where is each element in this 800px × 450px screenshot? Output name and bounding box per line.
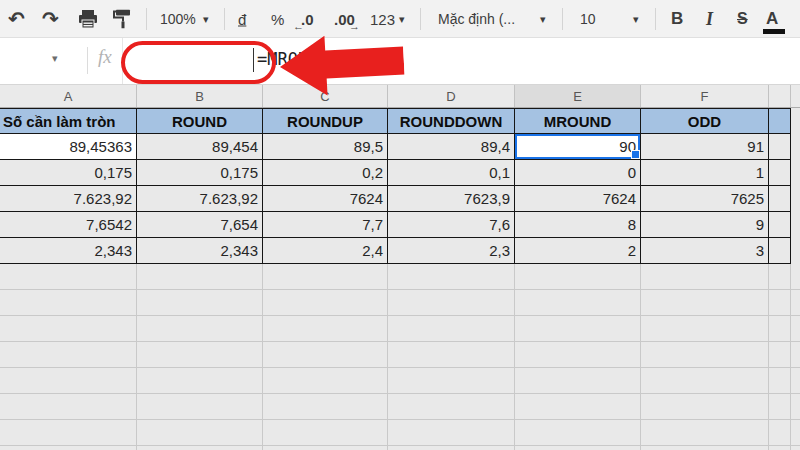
cell-D6[interactable]: 2,3 [388,238,515,264]
empty-cell[interactable] [137,290,263,316]
empty-cell[interactable] [388,368,515,394]
empty-cell[interactable] [263,420,388,446]
cell-B3[interactable]: 0,175 [137,160,263,186]
empty-cell[interactable] [641,446,769,450]
empty-cell[interactable] [388,264,515,290]
cell-D4[interactable]: 7623,9 [388,186,515,212]
empty-cell[interactable] [263,264,388,290]
column-header-E[interactable]: E [515,85,641,107]
cell-B6[interactable]: 2,343 [137,238,263,264]
font-family-caret-icon[interactable]: ▾ [540,12,546,25]
empty-cell[interactable] [769,446,791,450]
empty-cell[interactable] [791,342,800,368]
cell-B1[interactable]: ROUND [137,108,263,134]
empty-cell[interactable] [0,446,137,450]
more-formats-caret-icon[interactable]: ▾ [399,12,405,25]
empty-cell[interactable] [137,420,263,446]
empty-cell[interactable] [791,420,800,446]
more-formats-button[interactable]: 123 [370,10,395,27]
empty-cell[interactable] [641,342,769,368]
text-color-button[interactable]: A [766,9,778,29]
cell-C6[interactable]: 2,4 [263,238,388,264]
empty-cell[interactable] [0,264,137,290]
font-size-caret-icon[interactable]: ▾ [633,12,639,25]
empty-cell[interactable] [791,446,800,450]
cell-C4[interactable]: 7624 [263,186,388,212]
cell-F3[interactable]: 1 [641,160,769,186]
redo-icon[interactable]: ↷ [42,7,59,31]
empty-cell[interactable] [263,368,388,394]
cell-G1[interactable] [769,108,791,134]
empty-cell[interactable] [263,316,388,342]
paint-format-icon[interactable] [112,9,132,28]
cell-G4[interactable] [769,186,791,212]
cell-D3[interactable]: 0,1 [388,160,515,186]
empty-cell[interactable] [769,394,791,420]
empty-cell[interactable] [263,394,388,420]
empty-cell[interactable] [137,394,263,420]
empty-cell[interactable] [137,368,263,394]
empty-cell[interactable] [0,290,137,316]
cell-E4[interactable]: 7624 [515,186,641,212]
cell-G2[interactable] [769,134,791,160]
empty-cell[interactable] [388,394,515,420]
bold-button[interactable]: B [671,9,683,29]
empty-cell[interactable] [641,394,769,420]
empty-cell[interactable] [515,342,641,368]
cell-F1[interactable]: ODD [641,108,769,134]
cell-B5[interactable]: 7,654 [137,212,263,238]
empty-cell[interactable] [641,316,769,342]
empty-cell[interactable] [388,290,515,316]
column-header-B[interactable]: B [137,85,263,107]
empty-cell[interactable] [769,316,791,342]
empty-cell[interactable] [769,368,791,394]
empty-cell[interactable] [0,368,137,394]
empty-cell[interactable] [769,290,791,316]
cell-G6[interactable] [769,238,791,264]
cell-G3[interactable] [769,160,791,186]
empty-cell[interactable] [791,394,800,420]
cell-A1[interactable]: Số cần làm tròn [0,108,137,134]
empty-cell[interactable] [137,342,263,368]
cell-F2[interactable]: 91 [641,134,769,160]
empty-cell[interactable] [515,368,641,394]
empty-cell[interactable] [769,342,791,368]
cell-A2[interactable]: 89,45363 [0,134,137,160]
empty-cell[interactable] [263,446,388,450]
cell-B2[interactable]: 89,454 [137,134,263,160]
cell-E2[interactable]: 90 [515,134,641,160]
cell-G5[interactable] [769,212,791,238]
empty-cell[interactable] [388,316,515,342]
empty-cell[interactable] [263,342,388,368]
empty-cell[interactable] [515,446,641,450]
zoom-select[interactable]: 100% [160,11,196,27]
cell-F6[interactable]: 3 [641,238,769,264]
empty-cell[interactable] [515,420,641,446]
column-header-F[interactable]: F [641,85,769,107]
currency-format-button[interactable]: đ [238,10,246,27]
print-icon[interactable] [78,10,98,28]
column-header-D[interactable]: D [388,85,515,107]
cell-E6[interactable]: 2 [515,238,641,264]
empty-cell[interactable] [641,290,769,316]
cell-C5[interactable]: 7,7 [263,212,388,238]
cell-A6[interactable]: 2,343 [0,238,137,264]
cell-D5[interactable]: 7,6 [388,212,515,238]
empty-cell[interactable] [0,342,137,368]
empty-cell[interactable] [769,420,791,446]
column-header-C[interactable]: C [263,85,388,107]
empty-cell[interactable] [0,394,137,420]
cell-E5[interactable]: 8 [515,212,641,238]
empty-cell[interactable] [791,368,800,394]
empty-cell[interactable] [769,264,791,290]
cell-E1[interactable]: MROUND [515,108,641,134]
cell-C2[interactable]: 89,5 [263,134,388,160]
empty-cell[interactable] [515,264,641,290]
font-family-select[interactable]: Mặc định (... [438,11,515,27]
empty-cell[interactable] [641,264,769,290]
cell-A5[interactable]: 7,6542 [0,212,137,238]
column-header-partial[interactable] [769,85,791,107]
empty-cell[interactable] [388,420,515,446]
strikethrough-button[interactable]: S [737,10,748,28]
empty-cell[interactable] [0,316,137,342]
